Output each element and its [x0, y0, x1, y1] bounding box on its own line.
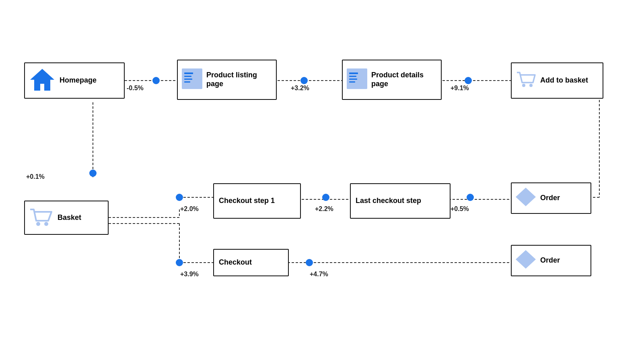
dot-3 [465, 77, 472, 84]
node-product-details[interactable]: Product details page [342, 60, 442, 100]
edge-label-1: -0.5% [127, 85, 144, 92]
dot-7 [467, 194, 474, 201]
dot-1 [152, 77, 160, 84]
checkout-step1-label: Checkout step 1 [217, 195, 276, 207]
dot-2 [300, 77, 308, 84]
homepage-label: Homepage [60, 76, 97, 85]
svg-rect-24 [184, 72, 193, 74]
edge-label-9: +4.7% [310, 271, 328, 278]
diagram: -0.5% +3.2% +9.1% +0.1% +2.0% +2.2% +0.5… [0, 0, 644, 352]
basket-icon [28, 204, 54, 232]
add-basket-label: Add to basket [540, 76, 588, 85]
svg-rect-32 [349, 81, 355, 83]
checkout-label: Checkout [217, 257, 253, 269]
dot-5 [176, 194, 183, 201]
node-order1[interactable]: Order [511, 182, 591, 214]
product-details-label: Product details page [371, 71, 432, 88]
basket-label: Basket [58, 213, 81, 222]
edge-label-7: +0.5% [451, 205, 469, 213]
svg-rect-27 [184, 81, 190, 83]
order1-label: Order [540, 194, 560, 203]
list-page-icon [181, 68, 203, 92]
svg-point-33 [522, 84, 525, 87]
edge-label-6: +2.2% [315, 205, 333, 213]
edge-label-2: +3.2% [291, 85, 309, 92]
dot-8 [176, 259, 183, 266]
svg-rect-31 [349, 79, 357, 80]
svg-rect-30 [349, 76, 356, 77]
edge-label-3: +9.1% [451, 85, 469, 92]
node-homepage[interactable]: Homepage [24, 62, 125, 99]
order2-label: Order [540, 256, 560, 265]
svg-point-36 [44, 222, 48, 226]
order2-diamond-icon [515, 248, 537, 273]
connector-lines [0, 0, 644, 352]
edge-label-8: +3.9% [180, 271, 199, 278]
product-listing-label: Product listing page [206, 71, 267, 88]
add-basket-icon [515, 68, 537, 93]
home-icon [28, 66, 56, 96]
svg-point-35 [36, 222, 40, 226]
svg-marker-38 [516, 250, 536, 269]
node-basket[interactable]: Basket [24, 201, 109, 235]
svg-rect-26 [184, 79, 192, 80]
edge-label-5: +2.0% [180, 205, 199, 213]
svg-marker-37 [516, 188, 536, 206]
order1-diamond-icon [515, 186, 537, 210]
svg-marker-22 [30, 69, 54, 91]
node-order2[interactable]: Order [511, 245, 591, 276]
dot-6 [322, 194, 329, 201]
node-last-checkout[interactable]: Last checkout step [350, 183, 451, 219]
node-checkout[interactable]: Checkout [213, 249, 289, 276]
svg-point-34 [529, 84, 533, 87]
node-checkout-step1[interactable]: Checkout step 1 [213, 183, 301, 219]
edge-label-4: +0.1% [26, 173, 45, 180]
svg-rect-25 [184, 76, 191, 77]
node-product-listing[interactable]: Product listing page [177, 60, 277, 100]
dot-9 [306, 259, 313, 266]
last-checkout-label: Last checkout step [354, 195, 423, 207]
product-details-icon [346, 68, 368, 92]
dot-4 [89, 170, 97, 177]
node-add-to-basket[interactable]: Add to basket [511, 62, 603, 99]
svg-rect-29 [349, 72, 358, 74]
